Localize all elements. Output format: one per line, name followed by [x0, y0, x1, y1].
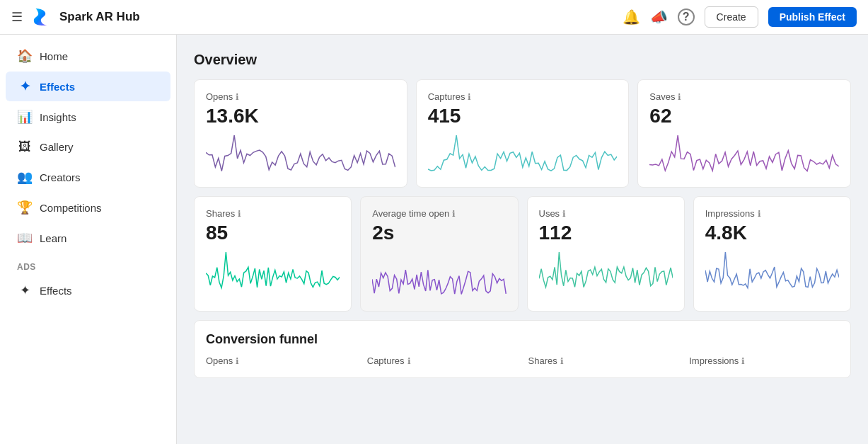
info-icon-impressions[interactable]: ℹ: [758, 209, 761, 219]
stat-label-opens: Opens ℹ: [206, 91, 395, 102]
stat-label-captures: Captures ℹ: [428, 91, 618, 102]
conversion-col-label-impressions: Impressions ℹ: [689, 355, 839, 366]
sidebar-item-competitions[interactable]: 🏆 Competitions: [6, 193, 170, 222]
conversion-funnel-cols: Opens ℹ Captures ℹ Shares ℹ Impressions …: [206, 355, 839, 366]
chart-shares: [206, 250, 340, 292]
stat-value-uses: 112: [539, 222, 673, 244]
info-icon-uses[interactable]: ℹ: [562, 209, 566, 219]
info-icon-captures[interactable]: ℹ: [468, 92, 471, 102]
header-right: 🔔 📣 ? Create Publish Effect: [623, 6, 857, 28]
home-nav-icon: 🏠: [17, 48, 33, 64]
sidebar-item-label-learn: Learn: [40, 232, 66, 244]
stat-label-shares: Shares ℹ: [206, 208, 340, 219]
sidebar-item-label-home: Home: [40, 50, 68, 62]
chart-impressions: [705, 250, 839, 292]
sidebar-item-label-effects: Effects: [40, 81, 75, 93]
conversion-funnel-title: Conversion funnel: [206, 332, 839, 347]
sidebar-item-ads-effects[interactable]: ✦ Effects: [6, 275, 170, 305]
stat-label-avg-time: Average time open ℹ: [372, 208, 506, 219]
conversion-col-opens: Opens ℹ: [206, 355, 356, 366]
stat-card-impressions: Impressions ℹ 4.8K: [693, 196, 851, 312]
header-left: ☰ Spark AR Hub: [11, 6, 140, 28]
app-title: Spark AR Hub: [59, 10, 140, 24]
chart-captures: [428, 133, 618, 176]
stat-value-shares: 85: [206, 222, 340, 244]
chart-uses: [539, 250, 673, 292]
sidebar-item-label-creators: Creators: [40, 171, 81, 183]
stat-value-captures: 415: [428, 105, 618, 127]
publish-effect-button[interactable]: Publish Effect: [768, 7, 857, 27]
conversion-col-label-shares: Shares ℹ: [528, 355, 678, 366]
sidebar-item-insights[interactable]: 📊 Insights: [6, 102, 170, 132]
stat-value-saves: 62: [649, 105, 839, 127]
conversion-col-label-captures: Captures ℹ: [367, 355, 517, 366]
learn-nav-icon: 📖: [17, 230, 33, 246]
sidebar-item-creators[interactable]: 👥 Creators: [6, 162, 170, 192]
sidebar-item-effects[interactable]: ✦ Effects: [6, 72, 170, 101]
stats-grid-row2: Shares ℹ 85 Average time open ℹ 2s Uses …: [194, 196, 851, 312]
conversion-col-impressions: Impressions ℹ: [689, 355, 839, 366]
notification-icon[interactable]: 🔔: [623, 8, 640, 25]
sidebar-item-home[interactable]: 🏠 Home: [6, 41, 170, 71]
conversion-funnel-section: Conversion funnel Opens ℹ Captures ℹ Sha…: [194, 320, 851, 378]
sidebar-item-label-competitions: Competitions: [40, 202, 102, 214]
sidebar: 🏠 Home ✦ Effects 📊 Insights 🖼 Gallery 👥 …: [0, 35, 177, 444]
sidebar-item-label-ads-effects: Effects: [40, 285, 72, 297]
chart-saves: [649, 133, 839, 176]
chart-opens: [206, 133, 395, 176]
gallery-nav-icon: 🖼: [17, 140, 33, 154]
stat-value-impressions: 4.8K: [705, 222, 839, 244]
stat-value-opens: 13.6K: [206, 105, 395, 127]
app-header: ☰ Spark AR Hub 🔔 📣 ? Create Publish Effe…: [0, 0, 868, 35]
sidebar-item-label-gallery: Gallery: [40, 141, 74, 153]
info-icon-conv-impressions[interactable]: ℹ: [741, 356, 745, 366]
main-layout: 🏠 Home ✦ Effects 📊 Insights 🖼 Gallery 👥 …: [0, 35, 868, 444]
chart-avg-time: [372, 250, 506, 300]
sidebar-item-label-insights: Insights: [40, 111, 76, 123]
competitions-nav-icon: 🏆: [17, 200, 33, 215]
stat-label-saves: Saves ℹ: [649, 91, 839, 102]
help-icon[interactable]: ?: [678, 8, 695, 25]
info-icon-saves[interactable]: ℹ: [678, 92, 681, 102]
stat-card-uses: Uses ℹ 112: [527, 196, 685, 312]
overview-title: Overview: [194, 52, 851, 68]
stat-card-opens: Opens ℹ 13.6K: [194, 79, 407, 188]
stat-card-avg-time: Average time open ℹ 2s: [360, 196, 518, 312]
creators-nav-icon: 👥: [17, 169, 33, 185]
create-button[interactable]: Create: [705, 6, 758, 28]
main-content: Overview Opens ℹ 13.6K Captures ℹ 415: [177, 35, 868, 444]
info-icon-conv-captures[interactable]: ℹ: [407, 356, 411, 366]
conversion-col-captures: Captures ℹ: [367, 355, 517, 366]
stat-label-uses: Uses ℹ: [539, 208, 673, 219]
insights-nav-icon: 📊: [17, 109, 33, 125]
conversion-col-label-opens: Opens ℹ: [206, 355, 356, 366]
stat-card-saves: Saves ℹ 62: [637, 79, 851, 188]
stat-card-shares: Shares ℹ 85: [194, 196, 352, 312]
info-icon-avg-time[interactable]: ℹ: [452, 209, 456, 219]
stat-value-avg-time: 2s: [372, 222, 506, 244]
stats-grid-row1: Opens ℹ 13.6K Captures ℹ 415 Saves ℹ: [194, 79, 851, 188]
app-logo: [30, 6, 52, 28]
ads-section-label: Ads: [0, 254, 176, 275]
stat-card-captures: Captures ℹ 415: [416, 79, 630, 188]
effects-nav-icon: ✦: [17, 79, 33, 94]
sidebar-item-gallery[interactable]: 🖼 Gallery: [6, 132, 170, 161]
stat-label-impressions: Impressions ℹ: [705, 208, 839, 219]
info-icon-conv-shares[interactable]: ℹ: [560, 356, 564, 366]
conversion-col-shares: Shares ℹ: [528, 355, 678, 366]
info-icon-shares[interactable]: ℹ: [238, 209, 241, 219]
menu-icon[interactable]: ☰: [11, 9, 23, 25]
ads-effects-nav-icon: ✦: [17, 283, 33, 298]
broadcast-icon[interactable]: 📣: [650, 8, 668, 25]
info-icon-opens[interactable]: ℹ: [236, 92, 239, 102]
sidebar-item-learn[interactable]: 📖 Learn: [6, 223, 170, 253]
info-icon-conv-opens[interactable]: ℹ: [236, 356, 239, 366]
